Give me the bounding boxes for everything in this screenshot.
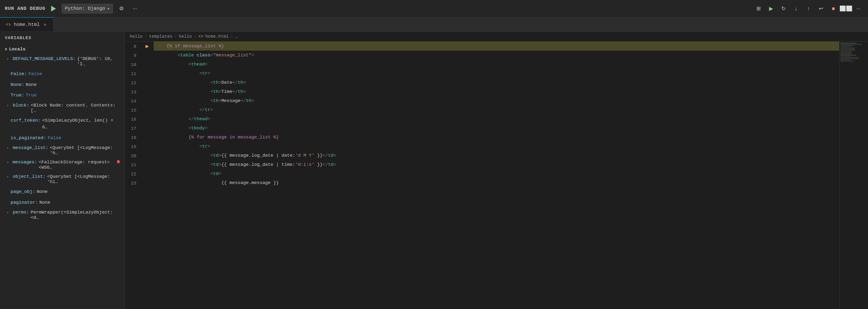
var-true[interactable]: True: True [0, 90, 125, 101]
code-line-18: {% for message in message_list %} [154, 133, 839, 142]
breadcrumb-sep1: › [145, 34, 147, 39]
variables-title: VARIABLES [5, 35, 31, 40]
code-line-21: <td>{{ message.log_date | time:'H:i:s' }… [154, 160, 839, 169]
var-name: message_list: [13, 145, 48, 150]
expand-icon: › [7, 104, 10, 107]
gear-button[interactable]: ⚙ [117, 4, 126, 13]
line-num-19: 19 [125, 142, 140, 151]
var-name: False: [10, 71, 27, 77]
code-line-11: <tr> [154, 69, 839, 78]
debug-arrow-icon: ▶ [146, 43, 149, 50]
breadcrumb-sep3: › [194, 34, 196, 39]
var-object-list[interactable]: › object_list: <QuerySet [<LogMessage: '… [0, 172, 125, 186]
breadcrumb-hello2: hello [179, 34, 192, 39]
breadcrumb-sep4: › [231, 34, 234, 39]
minimap-content [839, 41, 868, 63]
tab-label: home.html [14, 22, 40, 27]
locals-section[interactable]: ∨ Locals [0, 44, 125, 54]
expand-icon: › [7, 175, 10, 179]
code-line-20: <td>{{ message.log_date | date:'d M Y' }… [154, 151, 839, 160]
code-line-17: <tbody> [154, 124, 839, 133]
var-message-list[interactable]: › message_list: <QuerySet [<LogMessage: … [0, 143, 125, 158]
var-value: {'DEBUG': 10, 'I… [77, 56, 120, 67]
expand-icon: › [7, 211, 10, 214]
var-is-paginated[interactable]: is_paginated: False [0, 133, 125, 143]
grid-view-button[interactable]: ⊞ [754, 4, 763, 13]
var-name: paginator: [10, 199, 38, 206]
code-line-13: <th>Time</th> [154, 87, 839, 96]
line-num-21: 21 [125, 161, 140, 170]
line-num-12: 12 [125, 78, 140, 88]
var-csrf-token[interactable]: csrf_token: <SimpleLazyObject, len() = 6… [0, 115, 125, 133]
variables-sidebar: VARIABLES ∨ Locals › DEFAULT_MESSAGE_LEV… [0, 32, 125, 309]
line-numbers: 8 9 10 11 12 13 14 15 16 17 18 19 20 21 … [125, 41, 144, 309]
var-value: False [28, 71, 42, 77]
code-line-19: <tr> [154, 142, 839, 151]
var-paginator[interactable]: paginator: None [0, 197, 125, 208]
var-name: perms: [13, 210, 29, 215]
restart-button[interactable]: ↩ [816, 4, 826, 13]
expand-icon: › [7, 161, 10, 164]
continue-button[interactable]: ▶ [766, 4, 776, 13]
var-default-message-levels[interactable]: › DEFAULT_MESSAGE_LEVELS: {'DEBUG': 10, … [0, 54, 125, 69]
code-line-10: <thead> [154, 60, 839, 69]
var-name: csrf_token: [10, 117, 40, 124]
breadcrumb-ellipsis: … [235, 34, 238, 39]
chevron-down-icon: ∨ [5, 47, 7, 52]
var-value: <SimpleLazyObject, len() = 6… [42, 117, 120, 131]
var-value: <FallbackStorage: request=<WSG… [39, 160, 114, 170]
var-name: is_paginated: [10, 135, 46, 142]
code-editor[interactable]: 8 9 10 11 12 13 14 15 16 17 18 19 20 21 … [125, 41, 868, 309]
step-out-button[interactable]: ↑ [804, 4, 813, 13]
line-num-11: 11 [125, 69, 140, 78]
step-over-button[interactable]: ↻ [779, 4, 788, 13]
var-perms[interactable]: › perms: PermWrapper(<SimpleLazyObject: … [0, 208, 125, 222]
breadcrumb-templates[interactable]: templates [149, 34, 173, 39]
code-line-22: <td> [154, 169, 839, 178]
var-false[interactable]: False: False [0, 69, 125, 79]
minimap [839, 41, 868, 309]
breadcrumb-file-icon: <> [198, 34, 204, 39]
more-actions-button[interactable]: ··· [130, 4, 140, 13]
code-content[interactable]: {% if message_list %} <table class="mess… [154, 41, 839, 309]
line-num-8: 8 [125, 42, 140, 51]
code-line-9: <table class="message_list"> [154, 50, 839, 60]
split-editor-button[interactable]: ⬜⬜ [841, 4, 851, 13]
stop-button[interactable]: ■ [829, 4, 838, 13]
line-num-16: 16 [125, 115, 140, 124]
var-value: False [48, 135, 61, 142]
toolbar-right: ⊞ ▶ ↻ ↓ ↑ ↩ ■ ⬜⬜ ··· [754, 4, 863, 13]
more-button[interactable]: ··· [854, 4, 863, 13]
line-num-13: 13 [125, 88, 140, 97]
config-selector[interactable]: Python: Django ▾ [62, 4, 113, 13]
var-none[interactable]: None: None [0, 79, 125, 90]
step-into-button[interactable]: ↓ [791, 4, 801, 13]
code-line-16: </thead> [154, 114, 839, 124]
var-messages[interactable]: › messages: <FallbackStorage: request=<W… [0, 158, 125, 172]
tab-home-html[interactable]: <> home.html ✕ [0, 17, 54, 31]
var-name: object_list: [13, 174, 45, 179]
play-button[interactable] [49, 4, 58, 13]
breadcrumb-filename[interactable]: home.html [205, 34, 228, 39]
tab-close-button[interactable]: ✕ [43, 22, 48, 27]
var-block[interactable]: › block: <Block Node: content. Contents:… [0, 101, 125, 115]
var-name: None: [10, 81, 24, 88]
line-num-15: 15 [125, 106, 140, 115]
code-line-23: {{ message.message }} [154, 178, 839, 187]
expand-icon: › [7, 146, 10, 150]
editor-area: hello › templates › hello › <> home.html… [125, 32, 868, 309]
gutter: ▶ [144, 41, 154, 309]
var-name: DEFAULT_MESSAGE_LEVELS: [13, 56, 75, 61]
var-page-obj[interactable]: page_obj: None [0, 186, 125, 197]
toolbar: RUN AND DEBUG Python: Django ▾ ⚙ ··· ⊞ ▶… [0, 0, 868, 17]
var-value: <QuerySet [<LogMessage: 'h… [50, 145, 120, 156]
locals-label: Locals [9, 46, 26, 52]
var-name: page_obj: [10, 188, 35, 195]
line-num-10: 10 [125, 60, 140, 69]
breadcrumb-hello1: hello [130, 34, 143, 39]
play-icon [51, 6, 56, 11]
var-value: None [37, 188, 48, 195]
code-line-14: <th>Message</th> [154, 96, 839, 105]
config-name: Python: Django [65, 6, 105, 11]
line-num-20: 20 [125, 151, 140, 161]
